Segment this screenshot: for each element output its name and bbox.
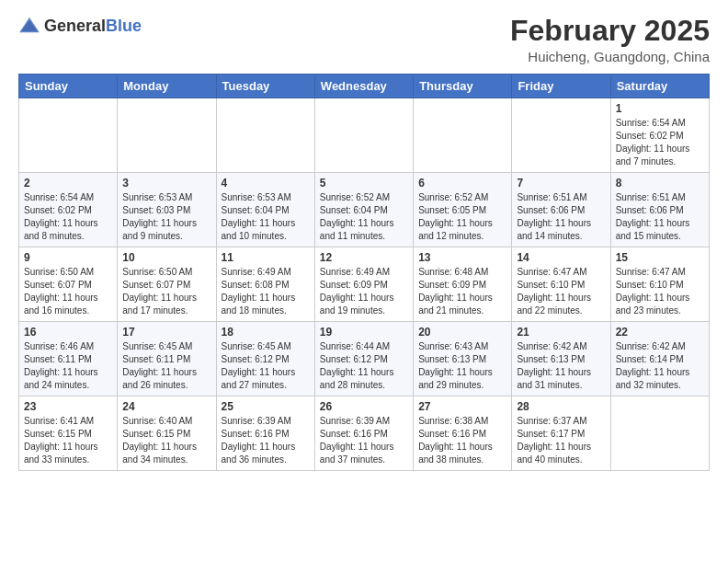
day-info: Sunrise: 6:45 AMSunset: 6:12 PMDaylight:… (222, 340, 310, 392)
calendar-week-row: 9Sunrise: 6:50 AMSunset: 6:07 PMDaylight… (19, 247, 710, 322)
calendar-cell: 20Sunrise: 6:43 AMSunset: 6:13 PMDayligh… (414, 322, 512, 396)
calendar-cell: 26Sunrise: 6:39 AMSunset: 6:16 PMDayligh… (314, 396, 413, 471)
day-info: Sunrise: 6:39 AMSunset: 6:16 PMDaylight:… (320, 415, 408, 466)
day-number: 14 (517, 251, 605, 264)
logo-icon (18, 15, 40, 37)
calendar-week-row: 16Sunrise: 6:46 AMSunset: 6:11 PMDayligh… (19, 322, 710, 396)
calendar-cell: 9Sunrise: 6:50 AMSunset: 6:07 PMDaylight… (19, 247, 118, 322)
day-info: Sunrise: 6:40 AMSunset: 6:15 PMDaylight:… (122, 415, 210, 466)
calendar-day-header: Thursday (414, 75, 512, 98)
calendar-cell (610, 396, 709, 471)
calendar-cell: 17Sunrise: 6:45 AMSunset: 6:11 PMDayligh… (118, 322, 216, 396)
calendar-day-header: Monday (118, 75, 216, 98)
day-info: Sunrise: 6:46 AMSunset: 6:11 PMDaylight:… (24, 340, 112, 392)
calendar-cell: 13Sunrise: 6:48 AMSunset: 6:09 PMDayligh… (414, 247, 512, 322)
calendar-cell (512, 98, 610, 173)
day-number: 13 (418, 251, 506, 264)
day-number: 18 (222, 326, 310, 339)
title-block: February 2025 Huicheng, Guangdong, China (510, 15, 710, 64)
day-info: Sunrise: 6:53 AMSunset: 6:04 PMDaylight:… (222, 191, 310, 243)
calendar-cell: 28Sunrise: 6:37 AMSunset: 6:17 PMDayligh… (512, 396, 610, 471)
day-number: 28 (517, 400, 605, 413)
calendar-cell: 16Sunrise: 6:46 AMSunset: 6:11 PMDayligh… (19, 322, 118, 396)
day-info: Sunrise: 6:54 AMSunset: 6:02 PMDaylight:… (24, 191, 112, 243)
calendar-cell: 27Sunrise: 6:38 AMSunset: 6:16 PMDayligh… (414, 396, 512, 471)
logo-blue-text: Blue (106, 17, 142, 35)
day-number: 22 (616, 326, 704, 339)
day-number: 1 (616, 102, 704, 115)
page-header: GeneralBlue February 2025 Huicheng, Guan… (18, 15, 710, 64)
calendar-cell: 7Sunrise: 6:51 AMSunset: 6:06 PMDaylight… (512, 173, 610, 247)
day-info: Sunrise: 6:50 AMSunset: 6:07 PMDaylight:… (24, 266, 112, 317)
day-number: 5 (320, 177, 408, 190)
calendar-day-header: Sunday (19, 75, 118, 98)
day-info: Sunrise: 6:42 AMSunset: 6:14 PMDaylight:… (616, 340, 704, 392)
day-number: 6 (418, 177, 506, 190)
day-number: 4 (222, 177, 310, 190)
day-number: 21 (517, 326, 605, 339)
day-info: Sunrise: 6:49 AMSunset: 6:09 PMDaylight:… (320, 266, 408, 317)
calendar-title: February 2025 (510, 15, 710, 47)
calendar-cell: 10Sunrise: 6:50 AMSunset: 6:07 PMDayligh… (118, 247, 216, 322)
day-info: Sunrise: 6:37 AMSunset: 6:17 PMDaylight:… (517, 415, 605, 466)
day-info: Sunrise: 6:42 AMSunset: 6:13 PMDaylight:… (517, 340, 605, 392)
day-number: 26 (320, 400, 408, 413)
logo: GeneralBlue (18, 15, 142, 37)
day-info: Sunrise: 6:41 AMSunset: 6:15 PMDaylight:… (24, 415, 112, 466)
day-number: 7 (517, 177, 605, 190)
calendar-cell: 4Sunrise: 6:53 AMSunset: 6:04 PMDaylight… (216, 173, 314, 247)
day-info: Sunrise: 6:49 AMSunset: 6:08 PMDaylight:… (222, 266, 310, 317)
day-number: 15 (616, 251, 704, 264)
calendar-cell: 21Sunrise: 6:42 AMSunset: 6:13 PMDayligh… (512, 322, 610, 396)
calendar-cell: 19Sunrise: 6:44 AMSunset: 6:12 PMDayligh… (314, 322, 413, 396)
day-info: Sunrise: 6:52 AMSunset: 6:04 PMDaylight:… (320, 191, 408, 243)
day-info: Sunrise: 6:39 AMSunset: 6:16 PMDaylight:… (222, 415, 310, 466)
day-number: 3 (122, 177, 210, 190)
calendar-cell: 1Sunrise: 6:54 AMSunset: 6:02 PMDaylight… (610, 98, 709, 173)
calendar-table: SundayMondayTuesdayWednesdayThursdayFrid… (18, 74, 710, 471)
day-number: 10 (122, 251, 210, 264)
calendar-cell: 2Sunrise: 6:54 AMSunset: 6:02 PMDaylight… (19, 173, 118, 247)
calendar-cell: 18Sunrise: 6:45 AMSunset: 6:12 PMDayligh… (216, 322, 314, 396)
calendar-cell: 14Sunrise: 6:47 AMSunset: 6:10 PMDayligh… (512, 247, 610, 322)
calendar-cell: 8Sunrise: 6:51 AMSunset: 6:06 PMDaylight… (610, 173, 709, 247)
svg-marker-1 (21, 20, 38, 31)
day-info: Sunrise: 6:50 AMSunset: 6:07 PMDaylight:… (122, 266, 210, 317)
calendar-day-header: Tuesday (216, 75, 314, 98)
day-number: 27 (418, 400, 506, 413)
calendar-cell (118, 98, 216, 173)
day-info: Sunrise: 6:51 AMSunset: 6:06 PMDaylight:… (517, 191, 605, 243)
day-info: Sunrise: 6:51 AMSunset: 6:06 PMDaylight:… (616, 191, 704, 243)
calendar-cell: 22Sunrise: 6:42 AMSunset: 6:14 PMDayligh… (610, 322, 709, 396)
day-info: Sunrise: 6:38 AMSunset: 6:16 PMDaylight:… (418, 415, 506, 466)
calendar-header-row: SundayMondayTuesdayWednesdayThursdayFrid… (19, 75, 710, 98)
calendar-cell: 6Sunrise: 6:52 AMSunset: 6:05 PMDaylight… (414, 173, 512, 247)
calendar-day-header: Wednesday (314, 75, 413, 98)
day-info: Sunrise: 6:47 AMSunset: 6:10 PMDaylight:… (517, 266, 605, 317)
calendar-cell: 25Sunrise: 6:39 AMSunset: 6:16 PMDayligh… (216, 396, 314, 471)
day-info: Sunrise: 6:43 AMSunset: 6:13 PMDaylight:… (418, 340, 506, 392)
calendar-week-row: 2Sunrise: 6:54 AMSunset: 6:02 PMDaylight… (19, 173, 710, 247)
day-number: 25 (222, 400, 310, 413)
day-number: 8 (616, 177, 704, 190)
day-number: 23 (24, 400, 112, 413)
day-number: 19 (320, 326, 408, 339)
day-info: Sunrise: 6:54 AMSunset: 6:02 PMDaylight:… (616, 117, 704, 168)
calendar-week-row: 1Sunrise: 6:54 AMSunset: 6:02 PMDaylight… (19, 98, 710, 173)
calendar-cell: 23Sunrise: 6:41 AMSunset: 6:15 PMDayligh… (19, 396, 118, 471)
day-number: 20 (418, 326, 506, 339)
calendar-cell: 24Sunrise: 6:40 AMSunset: 6:15 PMDayligh… (118, 396, 216, 471)
day-info: Sunrise: 6:47 AMSunset: 6:10 PMDaylight:… (616, 266, 704, 317)
day-info: Sunrise: 6:45 AMSunset: 6:11 PMDaylight:… (122, 340, 210, 392)
calendar-subtitle: Huicheng, Guangdong, China (510, 49, 710, 64)
day-number: 2 (24, 177, 112, 190)
day-number: 9 (24, 251, 112, 264)
calendar-cell (414, 98, 512, 173)
calendar-week-row: 23Sunrise: 6:41 AMSunset: 6:15 PMDayligh… (19, 396, 710, 471)
calendar-cell: 12Sunrise: 6:49 AMSunset: 6:09 PMDayligh… (314, 247, 413, 322)
day-info: Sunrise: 6:44 AMSunset: 6:12 PMDaylight:… (320, 340, 408, 392)
calendar-cell: 11Sunrise: 6:49 AMSunset: 6:08 PMDayligh… (216, 247, 314, 322)
calendar-cell (314, 98, 413, 173)
calendar-cell: 15Sunrise: 6:47 AMSunset: 6:10 PMDayligh… (610, 247, 709, 322)
calendar-cell (19, 98, 118, 173)
